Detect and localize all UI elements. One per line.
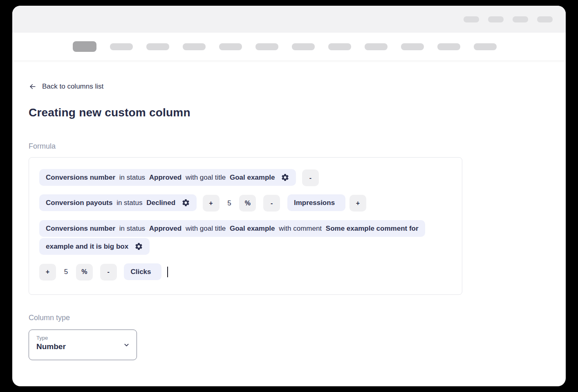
chip-segment-connector: with goal title bbox=[186, 225, 226, 232]
titlebar-pill bbox=[513, 16, 528, 22]
titlebar-pill bbox=[488, 16, 504, 22]
chip-segment-connector: in status bbox=[119, 174, 145, 181]
nav-item-placeholder[interactable] bbox=[110, 43, 133, 50]
formula-label: Formula bbox=[29, 142, 549, 151]
nav-item-placeholder[interactable] bbox=[146, 43, 169, 50]
chip-segment-value: Conversions number bbox=[46, 174, 115, 181]
back-to-columns-link[interactable]: Back to columns list bbox=[29, 82, 103, 91]
settings-gear-icon[interactable] bbox=[281, 174, 289, 181]
nav-item-placeholder[interactable] bbox=[474, 43, 497, 50]
chip-segment-connector: in status bbox=[116, 199, 142, 207]
formula-chip-operator[interactable]: + bbox=[203, 195, 220, 212]
nav-item-placeholder[interactable] bbox=[328, 43, 351, 50]
nav-item-placeholder[interactable] bbox=[219, 43, 242, 50]
arrow-left-icon bbox=[29, 82, 37, 91]
nav-toolbar bbox=[12, 33, 566, 60]
chip-segment-value: Declined bbox=[146, 199, 175, 207]
formula-row: + 5 % - Clicks bbox=[39, 263, 452, 281]
main-content: Back to columns list Creating new custom… bbox=[12, 60, 566, 360]
formula-chip-operator[interactable]: + bbox=[39, 264, 56, 281]
formula-row: Conversions number in status Approved wi… bbox=[39, 220, 442, 256]
chip-segment-connector: with goal title bbox=[186, 174, 226, 181]
chip-segment-value: Impressions bbox=[294, 199, 335, 207]
formula-row: Conversion payouts in status Declined + … bbox=[39, 194, 452, 212]
chip-segment-value: Goal example bbox=[230, 174, 275, 181]
chip-segment-value: Goal example bbox=[230, 225, 275, 232]
chip-segment-value: Clicks bbox=[130, 268, 151, 276]
formula-chip-field[interactable]: Conversion payouts in status Declined bbox=[39, 194, 197, 211]
formula-chip-field[interactable]: Impressions bbox=[287, 194, 345, 211]
formula-number-token[interactable]: 5 bbox=[63, 263, 69, 281]
settings-gear-icon[interactable] bbox=[181, 199, 190, 207]
window-titlebar bbox=[12, 6, 566, 33]
chip-segment-value: Conversion payouts bbox=[46, 199, 112, 207]
formula-row: Conversions number in status Approved wi… bbox=[39, 169, 452, 187]
nav-item-placeholder[interactable] bbox=[183, 43, 206, 50]
text-cursor bbox=[167, 267, 168, 277]
chip-segment-value: Conversions number bbox=[46, 225, 115, 232]
chip-segment-value: Approved bbox=[149, 174, 181, 181]
nav-item-placeholder[interactable] bbox=[365, 43, 388, 50]
formula-chip-operator[interactable]: % bbox=[239, 195, 256, 212]
nav-item-placeholder[interactable] bbox=[401, 43, 424, 50]
chip-segment-value: Approved bbox=[149, 225, 181, 232]
nav-item-placeholder[interactable] bbox=[292, 43, 315, 50]
select-value: Number bbox=[36, 342, 129, 351]
app-window: Back to columns list Creating new custom… bbox=[12, 6, 566, 386]
formula-editor[interactable]: Conversions number in status Approved wi… bbox=[29, 157, 462, 295]
select-field-label: Type bbox=[36, 335, 129, 341]
page-title: Creating new custom column bbox=[29, 106, 549, 119]
formula-chip-field[interactable]: Conversions number in status Approved wi… bbox=[39, 220, 425, 255]
formula-chip-operator[interactable]: - bbox=[100, 264, 117, 281]
chevron-down-icon bbox=[123, 341, 130, 348]
nav-item-active[interactable] bbox=[73, 41, 96, 52]
titlebar-pill bbox=[537, 16, 553, 22]
formula-chip-field[interactable]: Conversions number in status Approved wi… bbox=[39, 169, 296, 186]
nav-item-placeholder[interactable] bbox=[437, 43, 460, 50]
back-link-label: Back to columns list bbox=[42, 82, 103, 91]
nav-item-placeholder[interactable] bbox=[255, 43, 278, 50]
chip-segment-connector: in status bbox=[119, 225, 145, 232]
formula-chip-operator[interactable]: - bbox=[302, 169, 319, 186]
column-type-select[interactable]: Type Number bbox=[29, 330, 137, 360]
titlebar-pill bbox=[464, 16, 479, 22]
settings-gear-icon[interactable] bbox=[134, 243, 143, 250]
chip-segment-connector: with comment bbox=[279, 225, 322, 232]
formula-number-token[interactable]: 5 bbox=[226, 194, 232, 212]
formula-chip-field[interactable]: Clicks bbox=[124, 263, 161, 280]
formula-chip-operator[interactable]: % bbox=[76, 264, 93, 281]
formula-chip-operator[interactable]: + bbox=[349, 195, 366, 212]
formula-chip-operator[interactable]: - bbox=[263, 195, 280, 212]
column-type-label: Column type bbox=[29, 314, 549, 322]
